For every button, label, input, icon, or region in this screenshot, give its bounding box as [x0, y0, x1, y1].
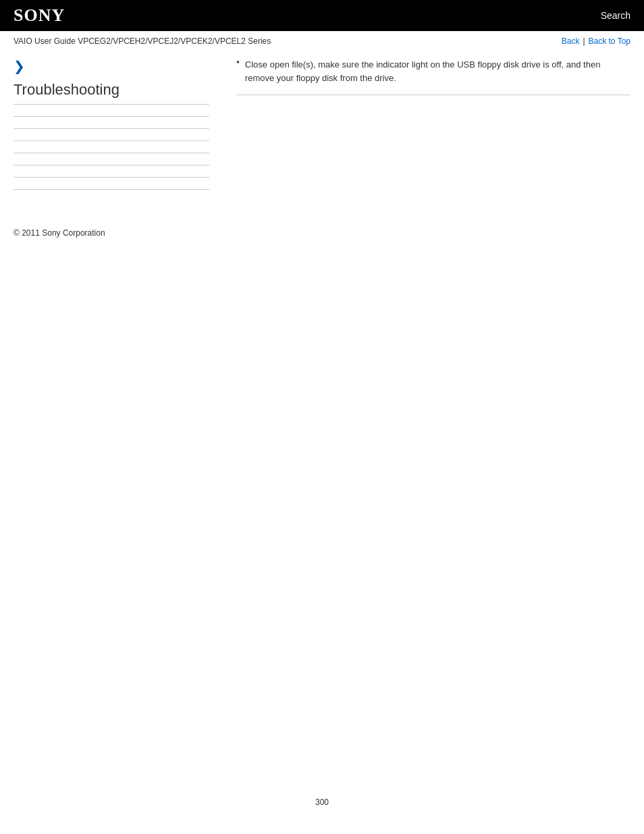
sidebar-divider-2	[14, 128, 209, 129]
main-content: ❯ Troubleshooting ● Close open file(s), …	[0, 51, 644, 215]
content-area: ● Close open file(s), make sure the indi…	[223, 58, 630, 201]
content-item-1: ● Close open file(s), make sure the indi…	[236, 58, 630, 95]
section-title: Troubleshooting	[14, 81, 209, 105]
copyright-text: © 2011 Sony Corporation	[14, 228, 105, 238]
sidebar-divider-6	[14, 177, 209, 178]
nav-separator: |	[583, 36, 585, 46]
search-button[interactable]: Search	[601, 10, 630, 21]
sony-logo: SONY	[14, 5, 65, 26]
footer: © 2011 Sony Corporation	[0, 215, 644, 251]
sidebar-divider-5	[14, 165, 209, 165]
bullet-icon: ●	[236, 59, 240, 65]
sidebar-divider-7	[14, 189, 209, 190]
sidebar: ❯ Troubleshooting	[14, 58, 223, 201]
page-number: 300	[302, 784, 342, 820]
header: SONY Search	[0, 0, 644, 31]
nav-bar: VAIO User Guide VPCEG2/VPCEH2/VPCEJ2/VPC…	[0, 31, 644, 51]
breadcrumb: VAIO User Guide VPCEG2/VPCEH2/VPCEJ2/VPC…	[14, 36, 271, 46]
back-link[interactable]: Back	[562, 36, 580, 46]
sidebar-divider-1	[14, 116, 209, 117]
sidebar-divider-4	[14, 153, 209, 153]
content-text-1: Close open file(s), make sure the indica…	[245, 58, 630, 84]
back-to-top-link[interactable]: Back to Top	[589, 36, 630, 46]
sidebar-divider-3	[14, 140, 209, 141]
nav-links: Back | Back to Top	[562, 36, 630, 46]
chevron-icon: ❯	[14, 58, 209, 74]
